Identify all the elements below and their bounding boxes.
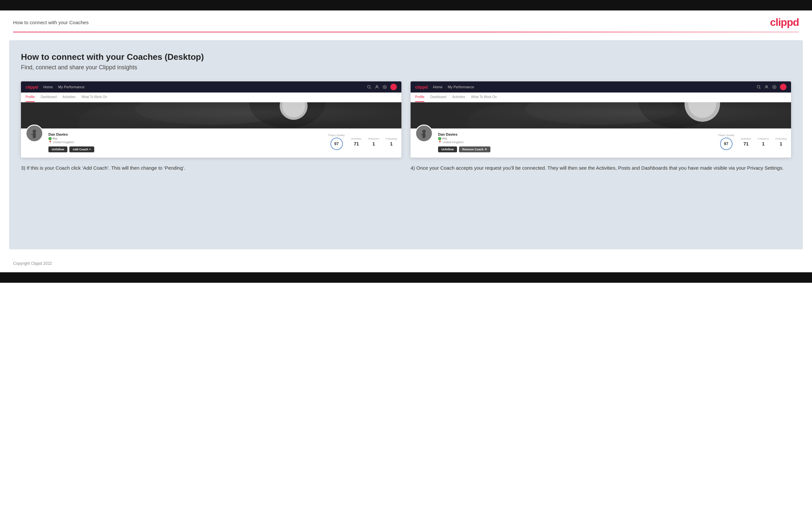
left-settings-icon[interactable] <box>383 84 387 89</box>
svg-point-2 <box>376 85 378 87</box>
right-user-icon[interactable] <box>764 84 769 89</box>
left-column: clippd Home My Performance Profile Dashb… <box>21 81 401 172</box>
left-nav-icons <box>367 84 397 90</box>
left-check-icon <box>48 137 52 140</box>
header-title: How to connect with your Coaches <box>13 19 89 25</box>
svg-point-12 <box>33 129 36 133</box>
left-user-info: Dan Davies Pro 📍 United Kingdom Unfollow… <box>48 131 94 152</box>
left-add-coach-button[interactable]: Add Coach + <box>69 147 94 152</box>
right-following-label: Following <box>775 137 786 140</box>
right-golfer-avatar <box>416 124 432 142</box>
svg-point-20 <box>774 86 775 88</box>
left-username: Dan Davies <box>48 132 94 136</box>
right-mock-banner <box>411 102 791 128</box>
svg-rect-16 <box>33 135 34 138</box>
right-avatar-icon[interactable] <box>780 84 786 90</box>
right-username: Dan Davies <box>438 132 491 136</box>
right-pin-icon: 📍 <box>438 140 442 144</box>
left-quality-label: Player Quality <box>328 134 345 136</box>
right-mockup: clippd Home My Performance Profile Dashb… <box>411 81 791 158</box>
svg-rect-15 <box>34 135 35 138</box>
svg-line-1 <box>370 88 371 89</box>
left-tab-what-to-work-on[interactable]: What To Work On <box>82 93 107 102</box>
left-search-icon[interactable] <box>367 84 371 89</box>
left-nav-home[interactable]: Home <box>43 85 53 89</box>
left-avatar-icon[interactable] <box>390 84 397 90</box>
clippd-logo: clippd <box>770 16 799 29</box>
svg-rect-33 <box>423 135 424 138</box>
svg-point-19 <box>766 85 767 87</box>
right-quality-label: Player Quality <box>718 134 734 136</box>
left-mock-stats: Player Quality 97 Activities 71 Follower… <box>328 131 397 150</box>
right-nav-icons <box>756 84 786 90</box>
right-tab-profile[interactable]: Profile <box>415 93 424 102</box>
left-tab-profile[interactable]: Profile <box>26 93 35 102</box>
footer: Copyright Clippd 2022 <box>0 257 812 272</box>
right-tab-dashboard[interactable]: Dashboard <box>430 93 446 102</box>
left-avatar <box>26 124 43 142</box>
header-divider <box>13 32 799 33</box>
right-mock-logo: clippd <box>415 84 427 90</box>
left-followers-label: Followers <box>368 137 379 140</box>
right-mock-buttons: Unfollow Remove Coach ✕ <box>438 147 491 152</box>
svg-point-17 <box>757 85 760 88</box>
right-mock-profile-area: Dan Davies Pro 📍 United Kingdom Unfollow… <box>411 128 791 158</box>
right-step-description: 4) Once your Coach accepts your request … <box>411 164 791 172</box>
right-tab-activities[interactable]: Activities <box>452 93 465 102</box>
page-subheading: Find, connect and share your Clippd insi… <box>21 64 791 71</box>
left-tab-activities[interactable]: Activities <box>62 93 75 102</box>
left-nav-performance[interactable]: My Performance <box>58 85 85 89</box>
right-quality-value: 97 <box>720 137 732 150</box>
bottom-bar <box>0 272 812 283</box>
right-column: clippd Home My Performance Profile Dashb… <box>411 81 791 172</box>
right-stat-quality: Player Quality 97 <box>718 134 734 150</box>
left-activities-value: 71 <box>351 141 361 147</box>
right-stat-following: Following 1 <box>775 137 786 147</box>
right-nav-performance[interactable]: My Performance <box>448 85 474 89</box>
svg-rect-32 <box>424 135 425 138</box>
left-stat-activities: Activities 71 <box>351 137 361 147</box>
left-following-value: 1 <box>386 141 397 147</box>
left-followers-value: 1 <box>368 141 379 147</box>
right-stat-activities: Activities 71 <box>741 137 751 147</box>
right-unfollow-button[interactable]: Unfollow <box>438 147 457 152</box>
left-mock-tabs: Profile Dashboard Activities What To Wor… <box>21 93 401 102</box>
left-stat-quality: Player Quality 97 <box>328 134 345 150</box>
copyright-text: Copyright Clippd 2022 <box>13 261 52 266</box>
right-following-value: 1 <box>775 141 786 147</box>
svg-point-21 <box>773 85 776 89</box>
header: How to connect with your Coaches clippd <box>0 10 812 32</box>
main-content: How to connect with your Coaches (Deskto… <box>9 40 803 249</box>
left-location: 📍 United Kingdom <box>48 140 94 144</box>
right-activities-label: Activities <box>741 137 751 140</box>
left-mock-buttons: Unfollow Add Coach + <box>48 147 94 152</box>
page-heading: How to connect with your Coaches (Deskto… <box>21 52 791 62</box>
left-stat-followers: Followers 1 <box>368 137 379 147</box>
left-mock-logo: clippd <box>26 84 38 90</box>
svg-point-4 <box>383 85 387 89</box>
right-mock-nav: clippd Home My Performance <box>411 81 791 93</box>
left-mock-banner <box>21 102 401 128</box>
left-stat-following: Following 1 <box>386 137 397 147</box>
svg-point-29 <box>422 129 426 133</box>
left-pin-icon: 📍 <box>48 140 52 144</box>
left-activities-label: Activities <box>351 137 361 140</box>
left-step-description: 3) If this is your Coach click ‘Add Coac… <box>21 164 401 172</box>
right-mock-tabs: Profile Dashboard Activities What To Wor… <box>411 93 791 102</box>
left-following-label: Following <box>386 137 397 140</box>
left-tab-dashboard[interactable]: Dashboard <box>41 93 57 102</box>
svg-point-3 <box>384 86 386 88</box>
right-user-info: Dan Davies Pro 📍 United Kingdom Unfollow… <box>438 131 491 152</box>
left-user-icon[interactable] <box>374 84 379 89</box>
right-followers-label: Followers <box>758 137 769 140</box>
right-tab-what-to-work-on[interactable]: What To Work On <box>471 93 497 102</box>
right-remove-coach-button[interactable]: Remove Coach ✕ <box>459 147 491 152</box>
svg-line-18 <box>760 88 761 89</box>
right-followers-value: 1 <box>758 141 769 147</box>
left-unfollow-button[interactable]: Unfollow <box>48 147 67 152</box>
right-nav-home[interactable]: Home <box>433 85 442 89</box>
right-mock-stats: Player Quality 97 Activities 71 Follower… <box>718 131 786 150</box>
right-settings-icon[interactable] <box>772 84 777 89</box>
right-search-icon[interactable] <box>756 84 761 89</box>
svg-point-0 <box>367 85 370 88</box>
